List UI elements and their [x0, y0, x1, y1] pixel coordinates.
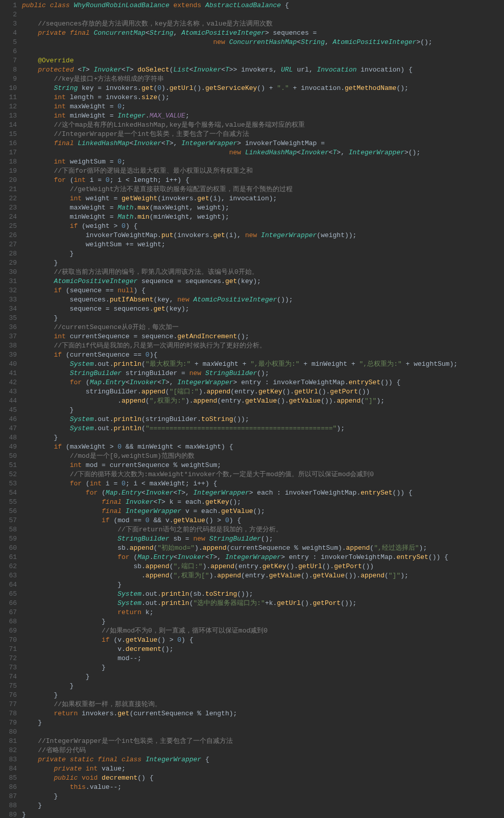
- code-line[interactable]: sequence = sequences.get(key);: [22, 305, 504, 314]
- line-number: 40: [3, 360, 17, 369]
- code-line[interactable]: int maxWeight = 0;: [22, 102, 504, 111]
- code-line[interactable]: [22, 47, 504, 56]
- code-line[interactable]: }: [22, 406, 504, 415]
- code-line[interactable]: @Override: [22, 56, 504, 65]
- code-line[interactable]: .append(",权重为:").append(entry.getValue()…: [22, 396, 504, 406]
- code-line[interactable]: int length = invokers.size();: [22, 93, 504, 102]
- code-line[interactable]: for (Map.Entry<Invoker<T>, IntegerWrappe…: [22, 378, 504, 387]
- code-line[interactable]: System.out.println("====================…: [22, 424, 504, 433]
- code-line[interactable]: if (mod == 0 && v.getValue() > 0) {: [22, 516, 504, 525]
- code-line[interactable]: //如果权重都一样，那就直接轮询。: [22, 700, 504, 709]
- code-line[interactable]: for (int i = 0; i < maxWeight; i++) {: [22, 479, 504, 488]
- code-line[interactable]: new LinkedHashMap<Invoker<T>, IntegerWra…: [22, 148, 504, 157]
- code-line[interactable]: private final ConcurrentMap<String, Atom…: [22, 29, 504, 38]
- line-number: 86: [3, 783, 17, 792]
- code-line[interactable]: //mod是一个[0,weightSum)范围内的数: [22, 452, 504, 461]
- code-line[interactable]: int mod = currentSequence % weightSum;: [22, 461, 504, 470]
- code-line[interactable]: //下面的if代码是我加的,只是第一次调用的时候执行为了更好的分析。: [22, 341, 504, 350]
- code-line[interactable]: }: [22, 810, 504, 818]
- code-line[interactable]: System.out.println(sb.toString());: [22, 590, 504, 599]
- code-line[interactable]: int weightSum = 0;: [22, 157, 504, 167]
- line-number: 29: [3, 259, 17, 268]
- code-line[interactable]: int minWeight = Integer.MAX_VALUE;: [22, 111, 504, 121]
- code-line[interactable]: }: [22, 314, 504, 323]
- code-line[interactable]: }: [22, 801, 504, 810]
- code-line[interactable]: //IntegerWrapper是一个int包装类，主要包含了一个自减方法: [22, 130, 504, 139]
- code-line[interactable]: if (sequence == null) {: [22, 286, 504, 295]
- code-line[interactable]: }: [22, 259, 504, 268]
- code-line[interactable]: if (v.getValue() > 0) {: [22, 636, 504, 645]
- code-line[interactable]: public class WhyRoundRobinLoadBalance ex…: [22, 1, 504, 10]
- code-line[interactable]: if (weight > 0) {: [22, 222, 504, 231]
- code-line[interactable]: final Invoker<T> k = each.getKey();: [22, 498, 504, 507]
- code-line[interactable]: [22, 728, 504, 737]
- code-line[interactable]: invokerToWeightMap.put(invokers.get(i), …: [22, 231, 504, 240]
- line-number: 46: [3, 415, 17, 424]
- code-line[interactable]: }: [22, 663, 504, 672]
- code-line[interactable]: maxWeight = Math.max(maxWeight, weight);: [22, 203, 504, 213]
- code-line[interactable]: AtomicPositiveInteger sequence = sequenc…: [22, 277, 504, 286]
- code-line[interactable]: for (int i = 0; i < length; i++) {: [22, 176, 504, 185]
- code-line[interactable]: //如果mod不为0，则一直减，循环体可以保证mod减到0: [22, 626, 504, 636]
- code-line[interactable]: StringBuilder stringBuilder = new String…: [22, 369, 504, 378]
- code-line[interactable]: for (Map.Entry<Invoker<T>, IntegerWrappe…: [22, 488, 504, 498]
- line-number: 15: [3, 130, 17, 139]
- code-line[interactable]: new ConcurrentHashMap<String, AtomicPosi…: [22, 38, 504, 47]
- code-line[interactable]: }: [22, 792, 504, 801]
- line-number: 13: [3, 111, 17, 121]
- code-line[interactable]: }: [22, 249, 504, 259]
- code-line[interactable]: StringBuilder sb = new StringBuilder();: [22, 534, 504, 544]
- code-line[interactable]: private static final class IntegerWrappe…: [22, 755, 504, 764]
- code-line[interactable]: return k;: [22, 608, 504, 617]
- code-line[interactable]: final IntegerWrapper v = each.getValue()…: [22, 507, 504, 516]
- line-number: 11: [3, 93, 17, 102]
- code-line[interactable]: }: [22, 433, 504, 442]
- code-line[interactable]: //sequences存放的是方法调用次数，key是方法名称，value是方法调…: [22, 19, 504, 29]
- code-line[interactable]: mod--;: [22, 654, 504, 663]
- code-line[interactable]: if (maxWeight > 0 && minWeight < maxWeig…: [22, 442, 504, 452]
- code-line[interactable]: }: [22, 718, 504, 728]
- code-line[interactable]: //key是接口+方法名称组成的字符串: [22, 75, 504, 84]
- code-line[interactable]: }: [22, 617, 504, 626]
- code-line[interactable]: public void decrement() {: [22, 774, 504, 783]
- line-number: 7: [3, 56, 17, 65]
- code-line[interactable]: //获取当前方法调用的编号，即第几次调用该方法。该编号从0开始。: [22, 268, 504, 277]
- code-line[interactable]: sb.append(",端口:").append(entry.getKey().…: [22, 562, 504, 571]
- code-line[interactable]: //这个map是有序的LinkedHashMap,key是每个服务端,value…: [22, 121, 504, 130]
- line-number: 52: [3, 470, 17, 479]
- code-line[interactable]: sequences.putIfAbsent(key, new AtomicPos…: [22, 295, 504, 305]
- code-line[interactable]: [22, 10, 504, 19]
- code-line[interactable]: minWeight = Math.min(minWeight, weight);: [22, 213, 504, 222]
- code-line[interactable]: //下面的循环最大次数为:maxWeight*invoker个数,一定是大于mo…: [22, 470, 504, 479]
- code-line[interactable]: sb.append("初始mod=").append(currentSequen…: [22, 544, 504, 553]
- code-line[interactable]: //下面return语句之前的代码都是我加的，方便分析。: [22, 525, 504, 534]
- code-line[interactable]: if (currentSequence == 0){: [22, 350, 504, 360]
- code-line[interactable]: final LinkedHashMap<Invoker<T>, IntegerW…: [22, 139, 504, 148]
- code-line[interactable]: }: [22, 580, 504, 590]
- code-line[interactable]: protected <T> Invoker<T> doSelect(List<I…: [22, 65, 504, 75]
- code-line[interactable]: stringBuilder.append("[端口:").append(entr…: [22, 387, 504, 396]
- code-line[interactable]: }: [22, 672, 504, 682]
- code-line[interactable]: }: [22, 682, 504, 691]
- code-line[interactable]: .append(",权重为[").append(entry.getValue()…: [22, 571, 504, 580]
- code-line[interactable]: for (Map.Entry<Invoker<T>, IntegerWrappe…: [22, 553, 504, 562]
- code-area[interactable]: public class WhyRoundRobinLoadBalance ex…: [22, 0, 504, 818]
- code-line[interactable]: //下面for循环的逻辑是选出最大权重、最小权重以及所有权重之和: [22, 167, 504, 176]
- code-line[interactable]: return invokers.get(currentSequence % le…: [22, 709, 504, 718]
- code-line[interactable]: System.out.println("最大权重为:" + maxWeight …: [22, 360, 504, 369]
- code-line[interactable]: //getWeight方法不是直接获取的服务端配置的权重，而是有个预热的过程: [22, 185, 504, 194]
- code-line[interactable]: this.value--;: [22, 783, 504, 792]
- code-line[interactable]: System.out.println(stringBuilder.toStrin…: [22, 415, 504, 424]
- code-line[interactable]: }: [22, 691, 504, 700]
- code-line[interactable]: //currentSequence从0开始，每次加一: [22, 323, 504, 332]
- code-line[interactable]: String key = invokers.get(0).getUrl().ge…: [22, 84, 504, 93]
- code-line[interactable]: System.out.println("选中的服务器端口为:"+k.getUrl…: [22, 599, 504, 608]
- code-line[interactable]: weightSum += weight;: [22, 240, 504, 249]
- code-line[interactable]: private int value;: [22, 764, 504, 774]
- code-line[interactable]: int currentSequence = sequence.getAndInc…: [22, 332, 504, 341]
- code-line[interactable]: //省略部分代码: [22, 746, 504, 755]
- code-line[interactable]: //IntegerWrapper是一个int包装类，主要包含了一个自减方法: [22, 737, 504, 746]
- code-line[interactable]: v.decrement();: [22, 645, 504, 654]
- line-number: 36: [3, 323, 17, 332]
- code-line[interactable]: int weight = getWeight(invokers.get(i), …: [22, 194, 504, 203]
